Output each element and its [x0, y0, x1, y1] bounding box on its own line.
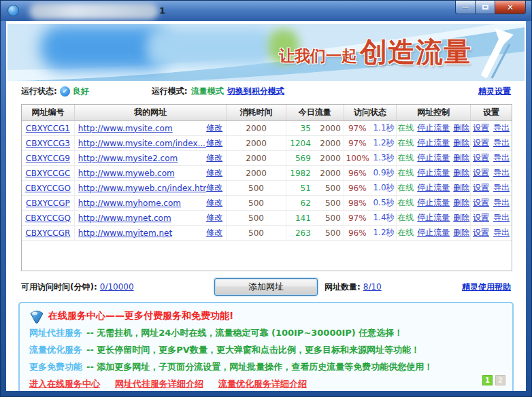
- time-consumed: 2000: [246, 154, 267, 163]
- visit-rate: 97%: [346, 124, 367, 133]
- visit-speed: 1.0秒: [371, 182, 395, 194]
- row-export-link[interactable]: 导出: [493, 212, 510, 224]
- pagination: 1 2: [482, 375, 505, 385]
- row-export-link[interactable]: 导出: [493, 167, 510, 179]
- service-item-desc: -- 添加更多网址，子页面分流设置，网址批量操作，查看历史流量等免费功能供您使用…: [86, 361, 433, 373]
- delete-link[interactable]: 删除: [453, 167, 469, 179]
- service-panel-title: 在线服务中心——更多付费服务和免费功能!: [48, 310, 233, 322]
- optimize-intro-link[interactable]: 流量优化服务详细介绍: [218, 378, 307, 390]
- edit-link[interactable]: 修改: [206, 227, 222, 239]
- edit-link[interactable]: 修改: [206, 122, 222, 134]
- url-count-link[interactable]: 8/10: [363, 282, 382, 292]
- table-row: CBXYCCG9 http://www.mysite2.com 修改 2000 …: [22, 151, 512, 166]
- edit-link[interactable]: 修改: [206, 137, 222, 149]
- caption-buttons: — ✕: [455, 1, 526, 14]
- row-export-link[interactable]: 导出: [493, 152, 510, 164]
- slogan-prefix: 让我们一起: [279, 46, 357, 67]
- table-row: CBXYCCGQ http://www.mynet.com 修改 500 141…: [22, 211, 512, 226]
- site-url-link[interactable]: http://www.mysite2.com: [78, 154, 206, 163]
- sprite-settings-link[interactable]: 精灵设置: [478, 86, 511, 97]
- visit-speed: 1.3秒: [371, 152, 395, 164]
- delete-link[interactable]: 删除: [453, 122, 469, 134]
- stop-traffic-link[interactable]: 停止流量: [417, 167, 450, 179]
- delete-link[interactable]: 删除: [453, 227, 469, 239]
- service-item-name: 流量优化服务: [29, 344, 82, 356]
- stop-traffic-link[interactable]: 停止流量: [417, 212, 450, 224]
- minimize-icon: —: [462, 3, 469, 11]
- table-row: CBXYCCG3 http://www.mysite.com/index....…: [22, 136, 512, 151]
- row-settings-link[interactable]: 设置: [473, 167, 489, 179]
- row-settings-link[interactable]: 设置: [473, 197, 489, 209]
- row-settings-link[interactable]: 设置: [473, 137, 489, 149]
- maximize-button[interactable]: [476, 1, 495, 14]
- col-header-status: 访问状态: [344, 105, 397, 120]
- today-traffic: 569: [289, 154, 311, 163]
- stop-traffic-link[interactable]: 停止流量: [417, 182, 450, 194]
- site-url-link[interactable]: http://www.myweb.com: [78, 169, 206, 178]
- row-export-link[interactable]: 导出: [493, 227, 510, 239]
- site-id-link[interactable]: CBXYCCGC: [25, 169, 70, 178]
- stop-traffic-link[interactable]: 停止流量: [417, 137, 450, 149]
- stop-traffic-link[interactable]: 停止流量: [417, 227, 450, 239]
- service-center-link[interactable]: 进入在线服务中心: [29, 378, 100, 390]
- row-settings-link[interactable]: 设置: [473, 122, 489, 134]
- site-url-link[interactable]: http://www.mysite.com/index....: [78, 139, 206, 148]
- row-settings-link[interactable]: 设置: [473, 182, 489, 194]
- site-url-link[interactable]: http://www.myhome.com: [78, 198, 206, 208]
- hosting-intro-link[interactable]: 网址代挂服务详细介绍: [115, 378, 203, 390]
- help-link[interactable]: 精灵使用帮助: [462, 281, 511, 293]
- delete-link[interactable]: 删除: [453, 212, 469, 224]
- row-settings-link[interactable]: 设置: [473, 212, 489, 224]
- table-row: CBXYCCG1 http://www.mysite.com 修改 2000 3…: [22, 121, 512, 136]
- col-header-control: 网址控制: [397, 105, 471, 120]
- traffic-quota: 2000: [318, 154, 341, 163]
- site-url-link[interactable]: http://www.myitem.net: [78, 228, 206, 238]
- edit-link[interactable]: 修改: [206, 167, 222, 179]
- site-id-link[interactable]: CBXYCCG9: [26, 154, 70, 163]
- page-button-1[interactable]: 1: [482, 375, 493, 385]
- delete-link[interactable]: 删除: [453, 152, 469, 164]
- row-settings-link[interactable]: 设置: [473, 227, 489, 239]
- site-id-link[interactable]: CBXYCCG3: [26, 139, 70, 148]
- row-export-link[interactable]: 导出: [493, 137, 510, 149]
- delete-link[interactable]: 删除: [453, 137, 469, 149]
- visit-rate: 98%: [346, 198, 367, 208]
- switch-mode-link[interactable]: 切换到积分模式: [227, 86, 284, 97]
- edit-link[interactable]: 修改: [206, 152, 222, 164]
- today-traffic: 35: [289, 124, 311, 133]
- available-time-link[interactable]: 0/10000: [100, 282, 134, 292]
- site-id-link[interactable]: CBXYCCGP: [26, 198, 70, 208]
- row-export-link[interactable]: 导出: [493, 182, 510, 194]
- add-url-button[interactable]: 添加网址: [214, 278, 318, 296]
- edit-link[interactable]: 修改: [206, 197, 222, 209]
- edit-link[interactable]: 修改: [206, 212, 222, 224]
- delete-link[interactable]: 删除: [453, 197, 469, 209]
- run-status-value: 良好: [73, 86, 89, 97]
- visit-rate: 97%: [346, 139, 367, 148]
- url-table: 网址编号 我的网址 消耗时间 今日流量 访问状态 网址控制 设置 CBXYCCG…: [21, 104, 512, 271]
- site-url-link[interactable]: http://www.mynet.com: [78, 213, 206, 223]
- visit-rate: 96%: [346, 169, 367, 178]
- site-id-link[interactable]: CBXYCCGO: [25, 184, 71, 193]
- today-traffic: 1982: [289, 169, 311, 178]
- site-id-link[interactable]: CBXYCCGR: [25, 228, 70, 238]
- stop-traffic-link[interactable]: 停止流量: [417, 122, 450, 134]
- site-id-link[interactable]: CBXYCCG1: [26, 124, 70, 133]
- row-export-link[interactable]: 导出: [493, 122, 510, 134]
- table-row: CBXYCCGC http://www.myweb.com 修改 2000 19…: [22, 166, 512, 181]
- service-item-desc: -- 无需挂机，网址24小时在线，流量稳定可靠 (100IP~30000IP) …: [86, 327, 403, 339]
- delete-link[interactable]: 删除: [453, 182, 469, 194]
- site-url-link[interactable]: http://www.mysite.com: [78, 124, 206, 133]
- stop-traffic-link[interactable]: 停止流量: [417, 152, 450, 164]
- site-id-link[interactable]: CBXYCCGQ: [25, 213, 71, 223]
- minimize-button[interactable]: —: [455, 1, 476, 14]
- check-icon: ✔: [60, 86, 70, 97]
- stop-traffic-link[interactable]: 停止流量: [417, 197, 450, 209]
- row-settings-link[interactable]: 设置: [473, 152, 489, 164]
- edit-link[interactable]: 修改: [206, 182, 222, 194]
- site-url-link[interactable]: http://www.myweb.cn/index.htm: [78, 184, 206, 193]
- close-button[interactable]: ✕: [495, 1, 526, 14]
- page-button-2[interactable]: 2: [495, 375, 505, 385]
- col-header-id: 网址编号: [22, 105, 75, 120]
- row-export-link[interactable]: 导出: [493, 197, 510, 209]
